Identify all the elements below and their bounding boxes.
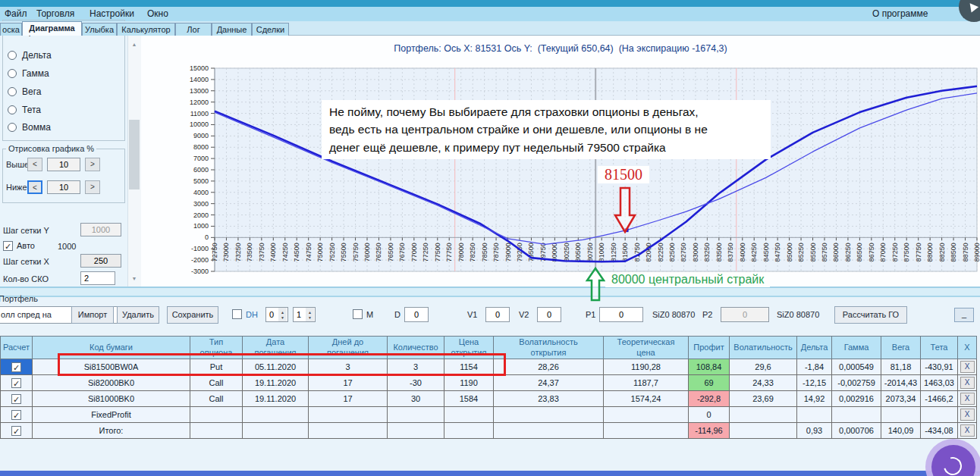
- above-increment-button[interactable]: >: [85, 158, 100, 171]
- calc-margin-button[interactable]: Рассчитать ГО: [834, 306, 907, 324]
- row-checkbox[interactable]: ✓: [11, 426, 21, 436]
- grid-step-y-input[interactable]: [80, 223, 121, 236]
- table-cell: [444, 423, 494, 439]
- auto-checkbox-row[interactable]: ✓ Авто: [3, 240, 35, 252]
- v2-input[interactable]: [537, 307, 561, 322]
- row-select-cell[interactable]: ✓: [1, 423, 33, 439]
- radio-gamma[interactable]: Гамма: [8, 67, 49, 80]
- scroll-down-icon[interactable]: ▼: [128, 273, 140, 285]
- radio-label: Гамма: [22, 68, 49, 79]
- delete-row-button[interactable]: X: [960, 393, 975, 405]
- delete-row-button[interactable]: X: [960, 361, 975, 373]
- import-button[interactable]: Импорт: [71, 306, 114, 324]
- delete-row-button[interactable]: X: [960, 409, 975, 421]
- row-checkbox[interactable]: ✓: [11, 410, 21, 420]
- column-header[interactable]: Тета: [921, 337, 958, 359]
- menu-trading[interactable]: Торговля: [36, 8, 74, 19]
- y-tick-label: 2000: [193, 211, 209, 219]
- radio-dot[interactable]: [8, 123, 17, 132]
- dh-checkbox[interactable]: [232, 309, 242, 319]
- column-header[interactable]: Волатильность открытия: [494, 337, 604, 359]
- delete-button[interactable]: Удалить: [117, 306, 159, 324]
- row-checkbox[interactable]: ✓: [11, 362, 21, 372]
- p1-input[interactable]: [599, 307, 643, 322]
- radio-vomma[interactable]: Вомма: [8, 121, 51, 133]
- save-button[interactable]: Сохранить: [167, 306, 218, 324]
- below-increment-button[interactable]: >: [85, 180, 100, 194]
- p2-input[interactable]: [721, 307, 769, 322]
- sko-count-input[interactable]: [80, 271, 115, 285]
- tab-deals[interactable]: Сделки: [252, 23, 289, 36]
- x-tick-label: 84500: [762, 243, 770, 261]
- grid-step-x-label: Шаг сетки X: [3, 257, 49, 266]
- row-select-cell[interactable]: ✓: [1, 375, 33, 391]
- column-header[interactable]: Теоретическая цена: [604, 337, 689, 359]
- radio-vega[interactable]: Вега: [8, 86, 41, 98]
- d-input[interactable]: [404, 307, 429, 322]
- column-header[interactable]: Расчет: [1, 337, 33, 359]
- x-tick-label: 78500: [481, 243, 488, 261]
- tab-diagram[interactable]: Диаграмма: [22, 21, 82, 36]
- delete-row-button[interactable]: X: [960, 377, 975, 389]
- delete-row-button[interactable]: X: [960, 424, 975, 437]
- radio-delta[interactable]: Дельта: [8, 49, 52, 61]
- combobox-value: олл спред на: [1, 310, 52, 319]
- column-header[interactable]: Гамма: [832, 337, 881, 359]
- radio-dot[interactable]: [8, 69, 17, 78]
- column-header[interactable]: X: [958, 337, 977, 359]
- table-cell: 17: [309, 391, 388, 407]
- tab-log[interactable]: Лог: [175, 23, 212, 36]
- tab-data[interactable]: Данные: [212, 23, 252, 36]
- profit-chart[interactable]: -3000-2000-10000100020003000400050006000…: [140, 36, 980, 287]
- tab-smile[interactable]: Улыбка: [82, 23, 117, 36]
- below-decrement-button[interactable]: <: [27, 180, 42, 194]
- radio-dot[interactable]: [8, 105, 17, 114]
- y-tick-label: 1000: [193, 222, 209, 230]
- v1-input[interactable]: [485, 307, 510, 322]
- dh-spinner-2[interactable]: 1 ▲▼: [293, 307, 316, 322]
- tab-board[interactable]: оска: [0, 23, 22, 36]
- x-tick-label: 76750: [398, 243, 406, 261]
- auto-checkbox[interactable]: ✓: [3, 241, 13, 251]
- column-header[interactable]: Профит: [689, 337, 730, 359]
- above-decrement-button[interactable]: <: [27, 158, 42, 171]
- row-checkbox[interactable]: ✓: [11, 394, 21, 404]
- menu-window[interactable]: Окно: [147, 8, 168, 19]
- grid-step-x-input[interactable]: [80, 254, 121, 268]
- below-percent-input[interactable]: [47, 180, 80, 194]
- m-checkbox[interactable]: [353, 309, 363, 319]
- table-cell: [243, 423, 309, 439]
- menu-about[interactable]: О программе: [872, 8, 928, 19]
- row-select-cell[interactable]: ✓: [1, 391, 33, 407]
- table-cell: 1463,03: [921, 375, 958, 391]
- table-row: ✓Si81000BK0Call19.11.20201730158423,8315…: [1, 391, 977, 407]
- tab-bar: оска Диаграмма Улыбка Калькулятор Лог Да…: [0, 21, 980, 36]
- table-cell: 1584: [444, 391, 494, 407]
- scroll-up-icon[interactable]: ▲: [128, 39, 140, 51]
- row-select-cell[interactable]: ✓: [1, 407, 33, 423]
- minimize-panel-button[interactable]: _: [954, 308, 974, 322]
- column-header[interactable]: Дельта: [797, 337, 832, 359]
- radio-dot[interactable]: [8, 51, 17, 60]
- column-header[interactable]: Вега: [881, 337, 921, 359]
- tab-calculator[interactable]: Калькулятор: [117, 23, 175, 36]
- menu-file[interactable]: Файл: [5, 8, 27, 19]
- column-header[interactable]: Волатильность: [730, 337, 797, 359]
- menu-settings[interactable]: Настройки: [90, 8, 134, 19]
- spinner-arrows-icon[interactable]: ▲▼: [306, 308, 314, 321]
- scrollbar-thumb[interactable]: [129, 120, 140, 189]
- row-checkbox[interactable]: ✓: [11, 378, 21, 388]
- row-select-cell[interactable]: ✓: [1, 359, 33, 375]
- splitter[interactable]: [0, 287, 980, 297]
- x-tick-label: 76500: [387, 243, 394, 261]
- floating-action-button[interactable]: [931, 445, 975, 476]
- above-percent-input[interactable]: [47, 158, 80, 171]
- dh-spinner-1[interactable]: 0 ▲▼: [265, 307, 288, 322]
- radio-theta[interactable]: Тета: [8, 104, 41, 116]
- table-cell: 23,83: [494, 391, 604, 407]
- x-tick-label: 75000: [316, 243, 324, 261]
- spinner-arrows-icon[interactable]: ▲▼: [278, 308, 287, 321]
- table-cell: -0,002759: [832, 375, 881, 391]
- table-cell: FixedProfit: [33, 407, 190, 423]
- radio-dot[interactable]: [8, 87, 17, 96]
